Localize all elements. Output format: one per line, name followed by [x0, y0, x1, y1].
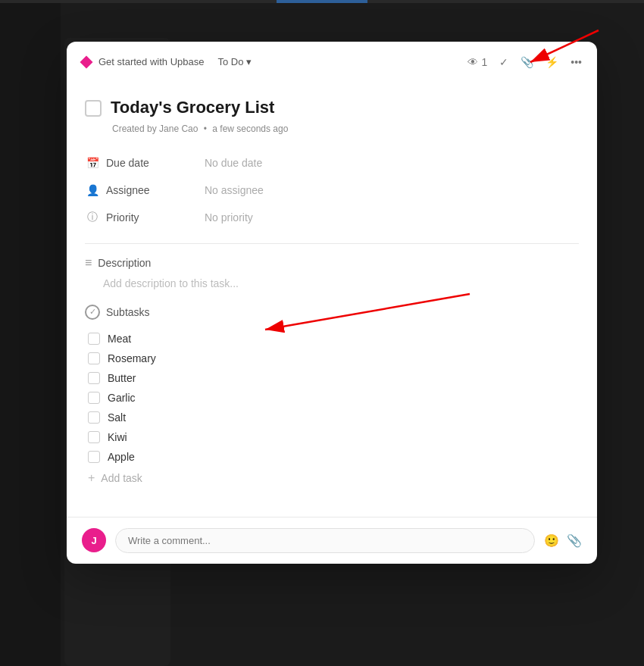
person-icon: 👤 [85, 183, 100, 198]
priority-field: ⓘ Priority No priority [85, 204, 579, 231]
description-icon: ≡ [85, 256, 92, 270]
attachment-icon[interactable]: 📎 [567, 533, 582, 548]
status-label: To Do [217, 56, 243, 67]
due-date-field: 📅 Due date No due date [85, 149, 579, 177]
subtask-list: MeatRosemaryButterGarlicSaltKiwiApple [85, 329, 579, 467]
attachment-button[interactable]: 📎 [521, 56, 533, 68]
subtask-text: Garlic [108, 392, 136, 404]
activity-button[interactable]: ⚡ [546, 56, 558, 68]
divider [85, 243, 579, 244]
subtask-text: Apple [108, 451, 135, 463]
project-diamond-icon [80, 55, 93, 68]
assignee-label: Assignee [106, 184, 205, 196]
time-ago: a few seconds ago [212, 124, 288, 134]
modal-header-right: 👁 1 ✓ 📎 ⚡ ••• [467, 56, 582, 68]
add-task-row[interactable]: + Add task [88, 467, 579, 489]
modal-header: Get started with Upbase To Do ▾ 👁 1 ✓ 📎 … [67, 42, 597, 82]
due-date-value[interactable]: No due date [205, 157, 262, 169]
subtask-checkbox[interactable] [88, 451, 100, 463]
subtask-check-icon: ✓ [85, 305, 100, 320]
description-placeholder[interactable]: Add description to this task... [103, 277, 579, 289]
task-title[interactable]: Today's Grocery List [111, 97, 274, 119]
more-options-button[interactable]: ••• [571, 56, 582, 68]
comment-section: J 🙂 📎 [67, 517, 597, 564]
subtask-item: Apple [88, 447, 579, 467]
subtask-checkbox[interactable] [88, 372, 100, 384]
subtask-checkbox[interactable] [88, 431, 100, 443]
subtask-checkbox[interactable] [88, 352, 100, 364]
description-section: ≡ Description Add description to this ta… [85, 256, 579, 289]
subtask-item: Rosemary [88, 349, 579, 368]
subtask-item: Meat [88, 329, 579, 349]
view-count: 👁 1 [467, 56, 487, 68]
comment-input[interactable] [115, 528, 535, 553]
subtasks-section: ✓ Subtasks MeatRosemaryButterGarlicSaltK… [85, 305, 579, 489]
description-header: ≡ Description [85, 256, 579, 270]
fields-section: 📅 Due date No due date 👤 Assignee No ass… [85, 149, 579, 231]
task-meta: Created by Jane Cao • a few seconds ago [111, 124, 579, 134]
subtask-item: Kiwi [88, 427, 579, 447]
subtasks-label: Subtasks [106, 306, 150, 318]
subtask-text: Rosemary [108, 352, 156, 364]
comment-icons: 🙂 📎 [544, 533, 582, 548]
subtask-text: Kiwi [108, 431, 127, 443]
subtask-checkbox[interactable] [88, 392, 100, 404]
subtask-checkbox[interactable] [88, 333, 100, 345]
breadcrumb-text: Get started with Upbase [98, 56, 204, 67]
description-label: Description [98, 257, 151, 269]
avatar: J [82, 528, 106, 552]
eye-icon: 👁 [467, 56, 478, 68]
subtask-text: Butter [108, 372, 136, 384]
task-title-row: Today's Grocery List [85, 97, 579, 119]
modal-body: Today's Grocery List Created by Jane Cao… [67, 82, 597, 517]
subtask-text: Salt [108, 411, 126, 424]
due-date-label: Due date [106, 157, 205, 169]
plus-icon: + [88, 471, 95, 485]
assignee-value[interactable]: No assignee [205, 184, 264, 196]
task-complete-checkbox[interactable] [85, 100, 102, 117]
add-task-label: Add task [101, 472, 142, 484]
complete-button[interactable]: ✓ [499, 56, 508, 68]
subtask-item: Butter [88, 368, 579, 388]
chevron-down-icon: ▾ [246, 56, 252, 67]
assignee-field: 👤 Assignee No assignee [85, 177, 579, 204]
subtask-text: Meat [108, 333, 131, 345]
subtask-checkbox[interactable] [88, 411, 100, 424]
subtask-item: Garlic [88, 388, 579, 408]
subtask-header: ✓ Subtasks [85, 305, 579, 320]
task-modal: Get started with Upbase To Do ▾ 👁 1 ✓ 📎 … [67, 42, 597, 564]
modal-header-left: Get started with Upbase To Do ▾ [82, 54, 258, 70]
created-by: Created by Jane Cao [112, 124, 198, 134]
emoji-icon[interactable]: 🙂 [544, 533, 559, 548]
calendar-icon: 📅 [85, 155, 100, 170]
priority-label: Priority [106, 211, 205, 224]
subtask-item: Salt [88, 408, 579, 427]
meta-dot: • [204, 124, 210, 134]
priority-icon: ⓘ [85, 210, 100, 225]
priority-value[interactable]: No priority [205, 211, 253, 224]
view-count-number: 1 [481, 56, 487, 68]
status-badge[interactable]: To Do ▾ [211, 54, 258, 70]
